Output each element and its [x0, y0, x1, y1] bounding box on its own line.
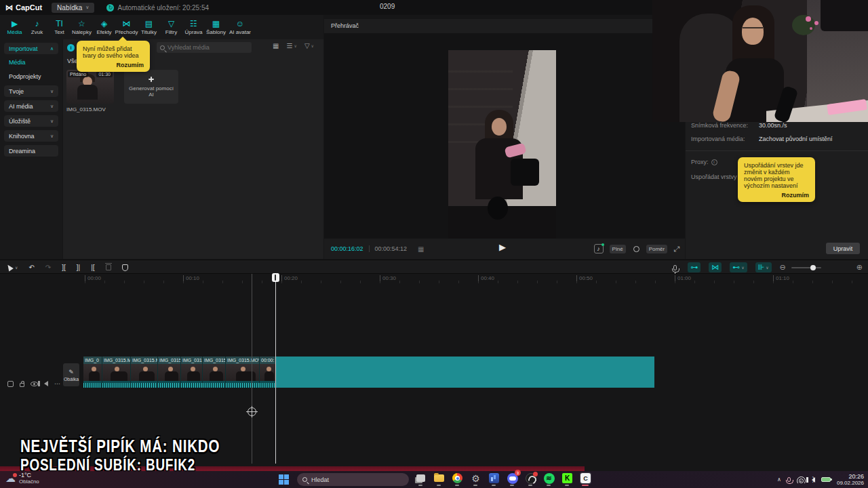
ruler-tick: 00:40: [478, 275, 494, 281]
clock[interactable]: 20:26 09.02.2026: [837, 473, 864, 487]
mask-icon[interactable]: [122, 264, 128, 271]
timeline-ruler[interactable]: 00:00 00:10 00:20 00:30 00:40 00:50 01:0…: [0, 274, 868, 283]
grid-view-icon[interactable]: ▦: [273, 42, 279, 49]
linking-icon[interactable]: ⊷∨: [730, 262, 747, 272]
play-button[interactable]: ▶: [499, 242, 506, 252]
sort-icon[interactable]: ☰∨: [287, 42, 297, 49]
slider-handle[interactable]: [810, 265, 816, 270]
sidebar-item-dreamina[interactable]: Dreamina: [4, 145, 58, 157]
sidebar-item-storage[interactable]: Úložiště∨: [4, 115, 58, 127]
visibility-icon[interactable]: [31, 382, 38, 386]
info-icon[interactable]: i: [711, 159, 717, 165]
chrome-button[interactable]: [452, 472, 463, 484]
capcut-taskbar-button[interactable]: C: [580, 472, 591, 484]
settings-button[interactable]: ⚙: [470, 472, 481, 484]
preview-axis-icon[interactable]: ⊪∨: [755, 262, 772, 272]
playhead-line[interactable]: [275, 274, 276, 464]
timeline-clip[interactable]: IMG_0315: [203, 357, 226, 388]
record-voiceover-icon[interactable]: [673, 265, 677, 270]
tab-audio[interactable]: ♪Zvuk: [26, 20, 48, 35]
ratio-button[interactable]: Poměr: [646, 245, 668, 253]
tab-captions[interactable]: ▤Titulky: [138, 20, 160, 35]
cover-button[interactable]: ✎ Obálka: [63, 363, 79, 386]
discord-button[interactable]: 3: [507, 472, 518, 484]
obs-button[interactable]: [525, 472, 536, 484]
media-clip-card[interactable]: Přidáno 01:30: [66, 70, 114, 104]
tab-ai-avatar[interactable]: ☺AI avatar: [227, 20, 253, 35]
tab-templates[interactable]: ▦Šablony: [205, 20, 227, 35]
wifi-icon[interactable]: [797, 476, 806, 483]
timeline-clip[interactable]: 00:00:: [260, 357, 276, 388]
media-search[interactable]: [157, 42, 252, 53]
tray-expand-icon[interactable]: ∧: [777, 476, 781, 483]
preview-zoom-icon[interactable]: [632, 245, 640, 253]
file-explorer-button[interactable]: [433, 472, 445, 484]
taskbar-search[interactable]: Hledat: [297, 473, 409, 486]
tab-adjust[interactable]: ☷Úprava: [182, 20, 205, 35]
tab-stickers[interactable]: ☆Nálepky: [71, 20, 93, 35]
mic-tray-icon[interactable]: [787, 477, 791, 482]
delete-icon[interactable]: [106, 264, 111, 270]
timeline-clip[interactable]: IMG_0: [83, 357, 102, 388]
sidebar-item-yours[interactable]: Tvoje∨: [4, 85, 58, 97]
frames-view-icon[interactable]: ▦: [418, 245, 424, 253]
media-search-input[interactable]: [167, 44, 242, 51]
split-icon[interactable]: ][: [62, 264, 66, 271]
tab-text[interactable]: TIText: [48, 20, 71, 35]
timeline-zoom-slider[interactable]: [791, 267, 821, 268]
timeline-clip[interactable]: IMG_0315: [158, 357, 181, 388]
ruler-tick: 01:00: [675, 275, 691, 281]
generate-ai-card[interactable]: Generovat pomocí AI: [124, 70, 178, 104]
volume-icon[interactable]: [812, 477, 815, 483]
kick-button[interactable]: K: [561, 472, 573, 484]
zoom-fit-icon[interactable]: ⊕: [856, 263, 863, 272]
select-tool-button[interactable]: ∨: [7, 264, 18, 270]
trim-left-icon[interactable]: ]|: [77, 264, 80, 271]
mute-icon[interactable]: [44, 381, 48, 386]
timeline-clip[interactable]: IMG_0315.M: [102, 357, 131, 388]
spotify-button[interactable]: ≋: [543, 472, 555, 484]
photos-button[interactable]: [488, 472, 500, 484]
playhead-handle[interactable]: [272, 273, 279, 282]
quality-button[interactable]: Plné: [610, 245, 626, 253]
sidebar-item-media[interactable]: Média: [9, 59, 26, 66]
capcut-app-window: ⋈ CapCut Nabídka ∨ ↻ Automatické uložení…: [0, 0, 868, 488]
sidebar-item-library[interactable]: Knihovna∨: [4, 130, 58, 142]
start-button[interactable]: [279, 474, 289, 485]
weather-widget[interactable]: ☁ -1°C Oblačno: [5, 472, 39, 485]
task-view-button[interactable]: [415, 472, 427, 484]
current-time: 00:00:16:02: [331, 245, 363, 252]
trim-right-icon[interactable]: |[: [91, 264, 94, 271]
more-icon[interactable]: ⋯: [54, 380, 61, 387]
tab-media[interactable]: ▶Média: [3, 20, 26, 35]
player-stage: [324, 33, 685, 239]
timeline-clip[interactable]: IMG_0315.MOV: [226, 357, 260, 388]
fullscreen-icon[interactable]: ⤢: [673, 245, 679, 253]
filter-icon[interactable]: ▽∨: [304, 42, 314, 49]
lock-icon[interactable]: [20, 383, 24, 387]
timeline-clip[interactable]: IMG_0315.M: [131, 357, 158, 388]
audio-note-icon[interactable]: ♪: [594, 244, 604, 253]
tab-transitions[interactable]: ⋈Přechody: [115, 20, 138, 35]
edit-button[interactable]: Upravit: [826, 243, 860, 254]
timeline-clip[interactable]: IMG_031: [181, 357, 203, 388]
auto-ripple-icon[interactable]: ⋈: [709, 262, 722, 272]
video-track[interactable]: IMG_0 IMG_0315.M IMG_0315.M IMG_0315 IMG…: [83, 357, 276, 388]
video-preview[interactable]: [448, 50, 556, 240]
waveform: [158, 381, 180, 388]
sidebar-item-subprojects[interactable]: Podprojekty: [9, 73, 41, 80]
tooltip-confirm-button[interactable]: Rozumím: [744, 192, 809, 199]
undo-icon[interactable]: ↶: [28, 264, 34, 271]
battery-icon[interactable]: [821, 477, 831, 482]
tab-effects[interactable]: ◈Efekty: [93, 20, 115, 35]
tab-filters[interactable]: ▽Filtry: [160, 20, 182, 35]
timeline-clip-unrendered[interactable]: [276, 357, 654, 388]
menu-button[interactable]: Nabídka ∨: [52, 3, 94, 13]
tooltip-confirm-button[interactable]: Rozumím: [83, 62, 144, 68]
redo-icon[interactable]: ↷: [45, 264, 51, 271]
main-track-magnet-icon[interactable]: ⊶: [688, 262, 701, 272]
ruler-tick: 00:20: [281, 275, 298, 281]
sidebar-item-ai-media[interactable]: AI média∨: [4, 100, 58, 112]
sidebar-item-import[interactable]: Importovat∧: [4, 43, 58, 54]
zoom-out-icon[interactable]: ⊖: [780, 263, 786, 272]
